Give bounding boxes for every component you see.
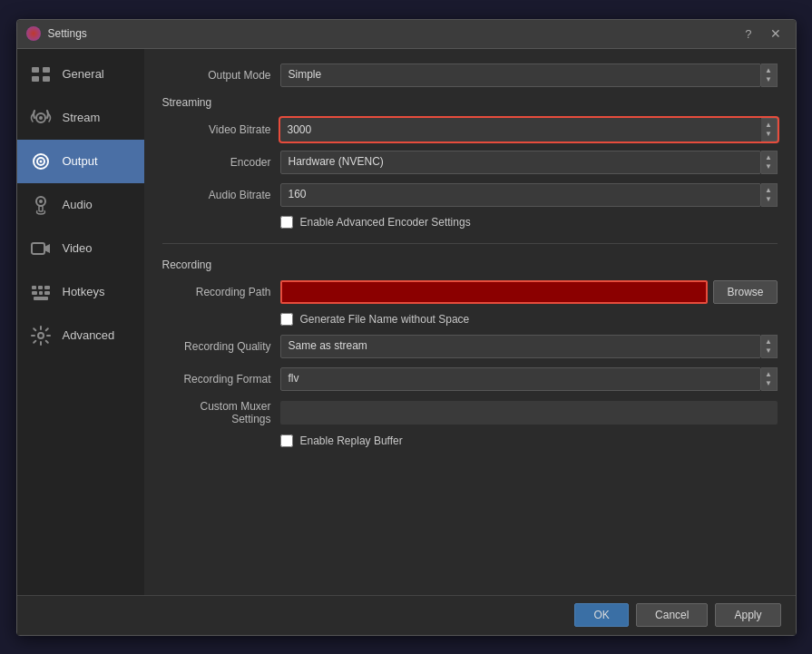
recording-path-container: Browse — [280, 280, 778, 304]
sidebar-item-general[interactable]: General — [17, 53, 144, 96]
footer: OK Cancel Apply — [17, 595, 796, 635]
generate-filename-row: Generate File Name without Space — [162, 313, 778, 326]
enable-replay-row: Enable Replay Buffer — [162, 434, 778, 447]
recording-quality-control: Same as stream ▲ ▼ — [280, 335, 778, 358]
ok-button[interactable]: OK — [574, 603, 629, 627]
sidebar-item-audio[interactable]: Audio — [17, 183, 144, 227]
svg-rect-15 — [38, 286, 43, 289]
svg-rect-14 — [32, 286, 36, 289]
sidebar-item-output[interactable]: Output — [17, 140, 144, 183]
audio-bitrate-label: Audio Bitrate — [162, 189, 280, 201]
audio-bitrate-row: Audio Bitrate 160 ▲ ▼ — [162, 183, 778, 207]
hotkeys-label: Hotkeys — [63, 285, 105, 298]
audio-icon — [28, 192, 54, 218]
enable-advanced-row: Enable Advanced Encoder Settings — [162, 216, 778, 229]
hotkeys-icon — [28, 279, 54, 305]
recording-format-arrow[interactable]: ▲ ▼ — [761, 367, 778, 391]
browse-button[interactable]: Browse — [713, 280, 777, 304]
svg-rect-20 — [34, 297, 48, 300]
enable-replay-label: Enable Replay Buffer — [300, 434, 403, 447]
streaming-section-label: Streaming — [162, 96, 778, 109]
general-label: General — [63, 67, 104, 81]
svg-rect-18 — [39, 291, 43, 295]
svg-rect-0 — [32, 67, 39, 73]
enable-replay-checkbox[interactable] — [280, 434, 293, 447]
sidebar: General Stream — [17, 49, 144, 595]
recording-path-label: Recording Path — [162, 286, 280, 298]
close-button[interactable]: ✕ — [765, 24, 787, 43]
titlebar: Settings ? ✕ — [17, 20, 796, 49]
generate-filename-checkbox[interactable] — [280, 313, 293, 326]
enable-advanced-label: Enable Advanced Encoder Settings — [300, 216, 471, 229]
video-bitrate-control: ▲ ▼ — [280, 118, 778, 142]
recording-format-row: Recording Format flv ▲ ▼ — [162, 367, 778, 391]
audio-bitrate-arrow[interactable]: ▲ ▼ — [761, 183, 778, 207]
sidebar-item-stream[interactable]: Stream — [17, 96, 144, 140]
stream-label: Stream — [63, 111, 101, 124]
recording-format-label: Recording Format — [162, 373, 280, 386]
output-mode-arrow[interactable]: ▲ ▼ — [761, 63, 778, 87]
svg-point-8 — [39, 160, 42, 162]
encoder-select[interactable]: Hardware (NVENC) — [280, 151, 761, 174]
svg-rect-17 — [32, 291, 37, 295]
video-bitrate-label: Video Bitrate — [162, 123, 280, 136]
video-bitrate-input[interactable] — [280, 118, 761, 142]
cancel-button[interactable]: Cancel — [636, 603, 708, 627]
video-bitrate-row: Video Bitrate ▲ ▼ — [162, 118, 778, 142]
sidebar-item-hotkeys[interactable]: Hotkeys — [17, 270, 144, 314]
svg-rect-16 — [44, 286, 50, 289]
output-mode-row: Output Mode Simple ▲ ▼ — [162, 63, 778, 87]
audio-bitrate-control: 160 ▲ ▼ — [280, 183, 778, 207]
advanced-label: Advanced — [63, 328, 115, 342]
sidebar-item-advanced[interactable]: Advanced — [17, 314, 144, 357]
recording-format-control: flv ▲ ▼ — [280, 367, 778, 391]
window-title: Settings — [48, 27, 740, 40]
output-mode-control: Simple ▲ ▼ — [280, 63, 778, 87]
enable-advanced-checkbox[interactable] — [280, 216, 293, 229]
recording-quality-label: Recording Quality — [162, 340, 280, 353]
svg-rect-2 — [32, 76, 39, 82]
encoder-arrow[interactable]: ▲ ▼ — [761, 151, 778, 174]
recording-quality-arrow[interactable]: ▲ ▼ — [761, 335, 778, 358]
audio-bitrate-select[interactable]: 160 — [280, 183, 761, 207]
titlebar-controls: ? ✕ — [739, 24, 786, 43]
custom-muxer-row: Custom Muxer Settings — [162, 400, 778, 425]
advanced-icon — [28, 323, 54, 348]
recording-format-select[interactable]: flv — [280, 367, 761, 391]
svg-rect-1 — [43, 67, 50, 73]
svg-rect-3 — [43, 76, 50, 82]
help-button[interactable]: ? — [739, 25, 757, 43]
recording-section-label: Recording — [162, 259, 778, 271]
main-content: Output Mode Simple ▲ ▼ Streaming Video B… — [144, 49, 796, 595]
body: General Stream — [17, 49, 796, 595]
encoder-label: Encoder — [162, 156, 280, 169]
video-label: Video — [63, 241, 93, 255]
svg-point-21 — [38, 333, 44, 338]
video-bitrate-arrow[interactable]: ▲ ▼ — [761, 118, 778, 142]
output-mode-label: Output Mode — [162, 69, 280, 82]
svg-point-11 — [39, 200, 43, 203]
svg-rect-12 — [32, 243, 44, 254]
audio-label: Audio — [63, 198, 93, 211]
video-icon — [28, 236, 54, 261]
recording-quality-select[interactable]: Same as stream — [280, 335, 761, 358]
recording-path-input[interactable] — [280, 280, 709, 304]
custom-muxer-control — [280, 401, 778, 425]
recording-path-row: Recording Path Browse — [162, 280, 778, 304]
general-icon — [28, 62, 54, 87]
svg-point-5 — [39, 116, 43, 120]
sidebar-item-video[interactable]: Video — [17, 227, 144, 270]
stream-icon — [28, 105, 54, 131]
output-mode-select[interactable]: Simple — [280, 63, 761, 87]
encoder-control: Hardware (NVENC) ▲ ▼ — [280, 151, 778, 174]
custom-muxer-input[interactable] — [280, 401, 778, 425]
output-icon — [28, 149, 54, 174]
recording-quality-row: Recording Quality Same as stream ▲ ▼ — [162, 335, 778, 358]
custom-muxer-label: Custom Muxer Settings — [162, 400, 280, 425]
generate-filename-label: Generate File Name without Space — [300, 313, 470, 326]
app-icon — [26, 26, 41, 41]
svg-rect-19 — [44, 291, 50, 295]
apply-button[interactable]: Apply — [715, 603, 780, 627]
output-label: Output — [63, 154, 98, 168]
encoder-row: Encoder Hardware (NVENC) ▲ ▼ — [162, 151, 778, 174]
